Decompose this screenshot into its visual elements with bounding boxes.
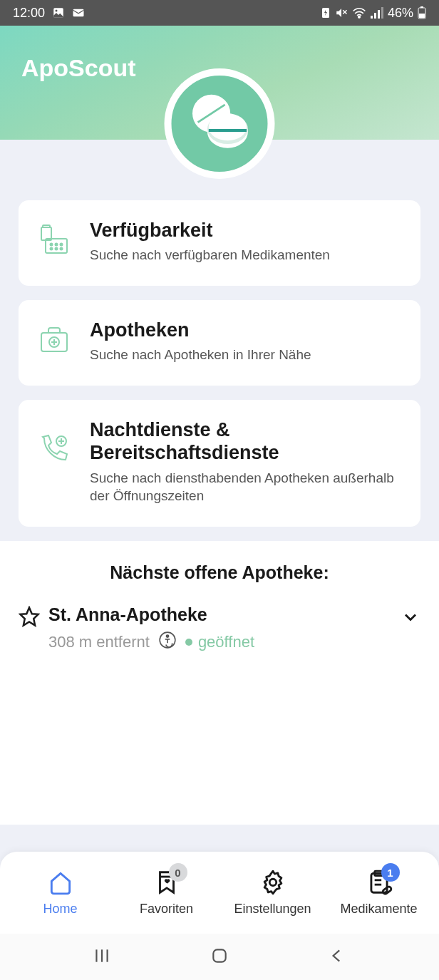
clipboard-pill-icon: 1 — [366, 869, 393, 896]
svg-point-40 — [269, 879, 277, 886]
battery-saver-icon — [321, 7, 331, 19]
open-status: geöffnet — [185, 633, 254, 651]
card-title: Verfügbarkeit — [90, 219, 330, 242]
nav-label: Home — [43, 902, 77, 917]
wifi-icon — [352, 7, 366, 19]
status-time: 12:00 — [13, 6, 45, 21]
svg-rect-7 — [371, 16, 373, 19]
pills-icon — [186, 90, 254, 158]
app-logo — [165, 68, 275, 179]
nav-settings[interactable]: Einstellungen — [230, 869, 316, 917]
battery-icon — [418, 6, 426, 19]
mail-icon — [72, 6, 85, 19]
svg-marker-36 — [21, 608, 38, 626]
medkit-icon — [37, 323, 71, 357]
nav-label: Favoriten — [140, 902, 193, 917]
app-header: ApoScout — [0, 26, 439, 140]
favorite-star-icon[interactable] — [19, 606, 40, 630]
main-content: Verfügbarkeit Suche nach verfügbaren Med… — [0, 140, 439, 839]
svg-point-38 — [166, 635, 168, 637]
home-icon — [47, 869, 74, 896]
pharmacies-card[interactable]: Apotheken Suche nach Apotheken in Ihrer … — [19, 300, 420, 386]
svg-point-6 — [358, 16, 361, 19]
home-button[interactable] — [210, 947, 229, 968]
medication-icon — [37, 223, 71, 257]
svg-rect-2 — [73, 9, 84, 17]
nav-favorites[interactable]: 0 Favoriten — [124, 869, 210, 917]
svg-rect-13 — [419, 14, 425, 18]
meds-badge: 1 — [381, 863, 400, 882]
svg-point-18 — [209, 113, 247, 140]
pharmacy-distance: 308 m entfernt — [48, 633, 150, 651]
gear-icon — [259, 869, 286, 896]
svg-point-27 — [56, 248, 58, 250]
availability-card[interactable]: Verfügbarkeit Suche nach verfügbaren Med… — [19, 200, 420, 286]
nav-label: Medikamente — [340, 902, 417, 917]
mute-icon — [335, 6, 348, 19]
chevron-down-icon[interactable] — [401, 607, 420, 630]
svg-rect-21 — [43, 225, 50, 227]
nearest-heading: Nächste offene Apotheke: — [19, 562, 420, 583]
card-title: Apotheken — [90, 319, 311, 341]
pharmacy-name: St. Anna-Apotheke — [48, 604, 392, 625]
svg-rect-8 — [374, 13, 376, 19]
nav-label: Einstellungen — [234, 902, 311, 917]
night-services-card[interactable]: Nachtdienste & Bereitschaftsdienste Such… — [19, 400, 420, 527]
svg-point-26 — [51, 248, 53, 250]
status-dot-icon — [185, 639, 192, 646]
svg-point-24 — [56, 244, 58, 246]
card-title: Nachtdienste & Bereitschaftsdienste — [90, 418, 402, 465]
nav-medications[interactable]: 1 Medikamente — [336, 869, 422, 917]
back-button[interactable] — [328, 947, 346, 968]
svg-point-25 — [61, 244, 63, 246]
picture-icon — [52, 6, 65, 19]
card-description: Suche nach diensthabenden Apotheken auße… — [90, 469, 402, 505]
svg-rect-12 — [420, 6, 423, 8]
svg-rect-49 — [213, 949, 225, 961]
phone-medical-icon — [37, 433, 71, 467]
recents-button[interactable] — [93, 947, 111, 968]
bottom-nav: Home 0 Favoriten Einstellungen 1 Medikam… — [0, 852, 439, 934]
nearest-pharmacy-section: Nächste offene Apotheke: St. Anna-Apothe… — [0, 541, 439, 825]
accessibility-icon — [158, 631, 177, 654]
svg-point-1 — [56, 10, 58, 12]
card-description: Suche nach verfügbaren Medikamenten — [90, 246, 330, 264]
svg-point-28 — [61, 248, 63, 250]
svg-point-23 — [51, 244, 53, 246]
nav-home[interactable]: Home — [18, 869, 103, 917]
favorites-badge: 0 — [169, 863, 187, 882]
card-description: Suche nach Apotheken in Ihrer Nähe — [90, 346, 311, 364]
system-nav-bar — [0, 934, 439, 980]
signal-icon — [371, 7, 383, 19]
bookmark-heart-icon: 0 — [153, 869, 180, 896]
svg-rect-10 — [381, 7, 383, 19]
status-bar: 12:00 46% — [0, 0, 439, 26]
battery-percent: 46% — [388, 6, 413, 21]
pharmacy-item[interactable]: St. Anna-Apotheke 308 m entfernt geöffne… — [19, 604, 420, 654]
svg-rect-9 — [378, 10, 380, 19]
